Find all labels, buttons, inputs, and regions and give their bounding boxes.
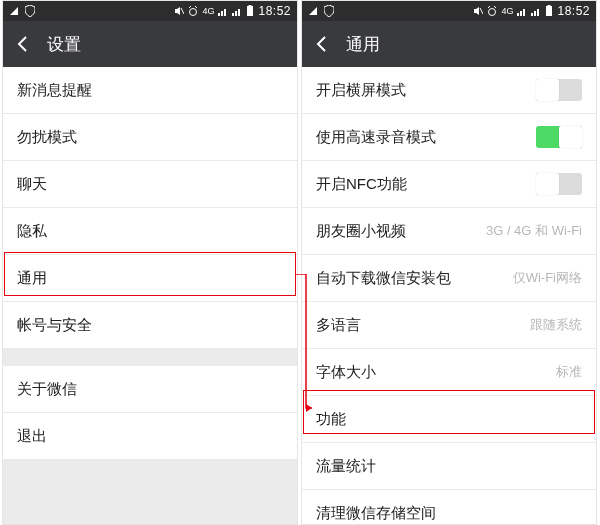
general-list: 开启横屏模式 使用高速录音模式 开启NFC功能 朋友圈小视频3G / 4G 和 … bbox=[302, 67, 596, 525]
battery-icon bbox=[246, 5, 254, 17]
row-label: 隐私 bbox=[17, 222, 47, 241]
shield-icon bbox=[324, 5, 334, 17]
row-label: 开启横屏模式 bbox=[316, 81, 406, 100]
status-bar: 4G 18:52 bbox=[302, 1, 596, 21]
row-label: 新消息提醒 bbox=[17, 81, 92, 100]
section-gap bbox=[3, 348, 297, 366]
net-4g-label: 4G bbox=[202, 6, 214, 16]
svg-line-12 bbox=[480, 8, 483, 14]
switch-toggle[interactable] bbox=[536, 173, 582, 195]
svg-line-2 bbox=[189, 6, 191, 8]
row-font-size[interactable]: 字体大小标准 bbox=[302, 349, 596, 396]
row-about[interactable]: 关于微信 bbox=[3, 366, 297, 413]
svg-rect-17 bbox=[520, 11, 522, 16]
shield-icon bbox=[25, 5, 35, 17]
settings-screen: 4G 18:52 设置 新消息提醒 勿扰模式 聊天 隐私 通用 帐号与安全 关于… bbox=[2, 0, 298, 525]
svg-rect-21 bbox=[537, 9, 539, 16]
svg-rect-10 bbox=[247, 6, 253, 16]
row-logout[interactable]: 退出 bbox=[3, 413, 297, 459]
network-icon bbox=[308, 6, 318, 16]
svg-rect-19 bbox=[531, 13, 533, 16]
row-label: 开启NFC功能 bbox=[316, 175, 407, 194]
settings-group-2: 关于微信 退出 bbox=[3, 366, 297, 459]
row-label: 自动下载微信安装包 bbox=[316, 269, 451, 288]
row-account-security[interactable]: 帐号与安全 bbox=[3, 302, 297, 348]
row-label: 退出 bbox=[17, 427, 47, 446]
network-icon bbox=[9, 6, 19, 16]
row-label: 勿扰模式 bbox=[17, 128, 77, 147]
row-value: 仅Wi-Fi网络 bbox=[513, 269, 582, 287]
row-privacy[interactable]: 隐私 bbox=[3, 208, 297, 255]
page-title: 通用 bbox=[346, 33, 380, 56]
svg-line-3 bbox=[195, 6, 197, 8]
svg-line-15 bbox=[494, 6, 496, 8]
row-label: 字体大小 bbox=[316, 363, 376, 382]
svg-rect-7 bbox=[232, 13, 234, 16]
row-value: 3G / 4G 和 Wi-Fi bbox=[486, 222, 582, 240]
row-nfc[interactable]: 开启NFC功能 bbox=[302, 161, 596, 208]
row-label: 流量统计 bbox=[316, 457, 376, 476]
svg-rect-18 bbox=[523, 9, 525, 16]
row-label: 多语言 bbox=[316, 316, 361, 335]
row-value: 标准 bbox=[556, 363, 582, 381]
battery-icon bbox=[545, 5, 553, 17]
row-value: 跟随系统 bbox=[530, 316, 582, 334]
svg-rect-22 bbox=[546, 6, 552, 16]
signal-icon bbox=[218, 6, 228, 16]
row-do-not-disturb[interactable]: 勿扰模式 bbox=[3, 114, 297, 161]
general-screen: 4G 18:52 通用 开启横屏模式 使用高速录音模式 开启NFC功能 朋友圈小… bbox=[301, 0, 597, 525]
net-4g-label: 4G bbox=[501, 6, 513, 16]
alarm-icon bbox=[188, 6, 198, 16]
row-label: 关于微信 bbox=[17, 380, 77, 399]
row-label: 帐号与安全 bbox=[17, 316, 92, 335]
svg-rect-11 bbox=[249, 5, 252, 6]
row-label: 聊天 bbox=[17, 175, 47, 194]
switch-toggle[interactable] bbox=[536, 126, 582, 148]
status-bar: 4G 18:52 bbox=[3, 1, 297, 21]
alarm-icon bbox=[487, 6, 497, 16]
row-moments-video[interactable]: 朋友圈小视频3G / 4G 和 Wi-Fi bbox=[302, 208, 596, 255]
mute-icon bbox=[473, 6, 483, 16]
row-label: 功能 bbox=[316, 410, 346, 429]
svg-point-13 bbox=[489, 9, 496, 16]
status-time: 18:52 bbox=[258, 4, 291, 18]
row-traffic-stats[interactable]: 流量统计 bbox=[302, 443, 596, 490]
header-bar: 通用 bbox=[302, 21, 596, 67]
back-button[interactable] bbox=[312, 34, 332, 54]
svg-rect-16 bbox=[517, 13, 519, 16]
signal-icon-2 bbox=[531, 6, 541, 16]
row-label: 朋友圈小视频 bbox=[316, 222, 406, 241]
switch-toggle[interactable] bbox=[536, 79, 582, 101]
row-landscape-mode[interactable]: 开启横屏模式 bbox=[302, 67, 596, 114]
mute-icon bbox=[174, 6, 184, 16]
svg-rect-20 bbox=[534, 11, 536, 16]
svg-rect-8 bbox=[235, 11, 237, 16]
row-auto-download[interactable]: 自动下载微信安装包仅Wi-Fi网络 bbox=[302, 255, 596, 302]
row-language[interactable]: 多语言跟随系统 bbox=[302, 302, 596, 349]
row-clear-storage[interactable]: 清理微信存储空间 bbox=[302, 490, 596, 525]
row-general[interactable]: 通用 bbox=[3, 255, 297, 302]
page-title: 设置 bbox=[47, 33, 81, 56]
svg-rect-9 bbox=[238, 9, 240, 16]
svg-line-0 bbox=[181, 8, 184, 14]
row-label: 通用 bbox=[17, 269, 47, 288]
svg-rect-23 bbox=[548, 5, 551, 6]
row-label: 使用高速录音模式 bbox=[316, 128, 436, 147]
row-label: 清理微信存储空间 bbox=[316, 504, 436, 523]
header-bar: 设置 bbox=[3, 21, 297, 67]
svg-rect-6 bbox=[224, 9, 226, 16]
svg-rect-5 bbox=[221, 11, 223, 16]
settings-group-1: 新消息提醒 勿扰模式 聊天 隐私 通用 帐号与安全 bbox=[3, 67, 297, 348]
row-chat[interactable]: 聊天 bbox=[3, 161, 297, 208]
svg-point-1 bbox=[190, 9, 197, 16]
row-fast-record[interactable]: 使用高速录音模式 bbox=[302, 114, 596, 161]
signal-icon-2 bbox=[232, 6, 242, 16]
status-time: 18:52 bbox=[557, 4, 590, 18]
svg-line-14 bbox=[488, 6, 490, 8]
back-button[interactable] bbox=[13, 34, 33, 54]
row-features[interactable]: 功能 bbox=[302, 396, 596, 443]
row-new-message-alert[interactable]: 新消息提醒 bbox=[3, 67, 297, 114]
svg-rect-4 bbox=[218, 13, 220, 16]
signal-icon bbox=[517, 6, 527, 16]
